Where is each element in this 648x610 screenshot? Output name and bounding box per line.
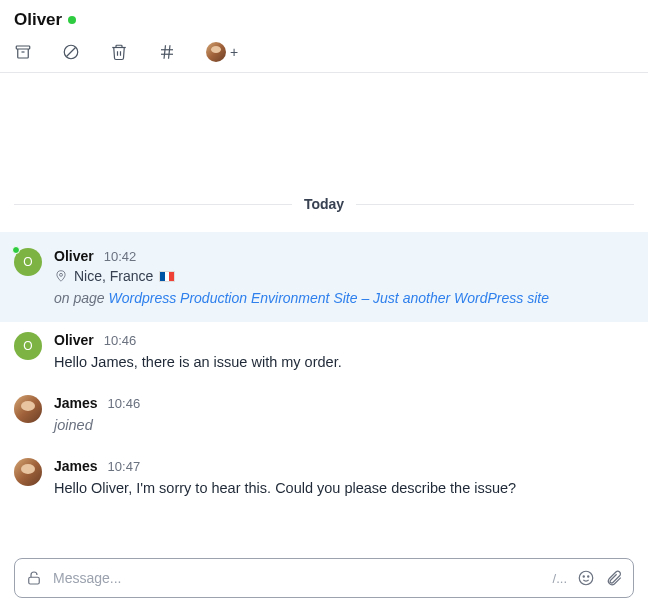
- emoji-icon[interactable]: [577, 569, 595, 587]
- message-time: 10:47: [108, 459, 141, 474]
- agent-avatar: [14, 458, 42, 486]
- avatar-initial: O: [23, 255, 32, 269]
- chat-scroll-area[interactable]: Today O Oliver 10:42 Nice, France on pag…: [0, 68, 648, 550]
- svg-point-10: [60, 273, 63, 276]
- page-link[interactable]: Wordpress Production Environment Site – …: [109, 290, 549, 306]
- attachment-icon[interactable]: [605, 569, 623, 587]
- chat-message: James 10:46 joined: [0, 385, 648, 448]
- composer-actions: /...: [553, 569, 623, 587]
- svg-point-14: [588, 576, 589, 577]
- message-content: James 10:46 joined: [54, 395, 634, 436]
- message-time: 10:42: [104, 249, 137, 264]
- message-author: Oliver: [54, 248, 94, 264]
- message-composer: /...: [14, 558, 634, 598]
- message-header: James 10:46: [54, 395, 634, 411]
- chat-header: Oliver: [0, 0, 648, 30]
- hash-icon[interactable]: [158, 43, 176, 61]
- slash-commands-button[interactable]: /...: [553, 571, 567, 586]
- message-text: Hello James, there is an issue with my o…: [54, 352, 634, 373]
- svg-point-13: [583, 576, 584, 577]
- divider-line-icon: [356, 204, 634, 205]
- svg-rect-0: [16, 46, 30, 49]
- message-content: Oliver 10:46 Hello James, there is an is…: [54, 332, 634, 373]
- date-divider-label: Today: [304, 196, 344, 212]
- message-header: Oliver 10:42: [54, 248, 634, 264]
- agent-avatar: [14, 395, 42, 423]
- chat-title: Oliver: [14, 10, 62, 30]
- chat-title-row: Oliver: [14, 10, 634, 30]
- message-content: Oliver 10:42 Nice, France on page Wordpr…: [54, 248, 634, 306]
- message-text: joined: [54, 415, 634, 436]
- trash-icon[interactable]: [110, 43, 128, 61]
- avatar-initial: O: [23, 339, 32, 353]
- lock-icon[interactable]: [25, 569, 43, 587]
- presence-dot-icon: [12, 246, 20, 254]
- date-divider: Today: [0, 196, 648, 212]
- add-agent-button[interactable]: +: [206, 42, 238, 62]
- message-time: 10:46: [108, 396, 141, 411]
- location-text: Nice, France: [74, 268, 153, 284]
- block-icon[interactable]: [62, 43, 80, 61]
- svg-line-3: [67, 48, 76, 57]
- chat-message: O Oliver 10:46 Hello James, there is an …: [0, 322, 648, 385]
- message-author: James: [54, 395, 98, 411]
- message-text: Hello Oliver, I'm sorry to hear this. Co…: [54, 478, 634, 499]
- svg-point-12: [579, 571, 593, 585]
- page-prefix: on page: [54, 290, 109, 306]
- svg-line-8: [164, 45, 166, 59]
- customer-avatar: O: [14, 332, 42, 360]
- svg-rect-11: [29, 577, 40, 584]
- chat-toolbar: +: [0, 30, 648, 73]
- message-page-info: on page Wordpress Production Environment…: [54, 290, 634, 306]
- customer-avatar: O: [14, 248, 42, 276]
- message-location: Nice, France: [54, 268, 634, 284]
- svg-line-9: [169, 45, 171, 59]
- message-time: 10:46: [104, 333, 137, 348]
- message-content: James 10:47 Hello Oliver, I'm sorry to h…: [54, 458, 634, 499]
- agent-avatar-icon: [206, 42, 226, 62]
- chat-message: James 10:47 Hello Oliver, I'm sorry to h…: [0, 448, 648, 511]
- message-header: James 10:47: [54, 458, 634, 474]
- divider-line-icon: [14, 204, 292, 205]
- message-author: James: [54, 458, 98, 474]
- location-pin-icon: [54, 269, 68, 283]
- message-header: Oliver 10:46: [54, 332, 634, 348]
- chat-message: O Oliver 10:42 Nice, France on page Word…: [0, 232, 648, 322]
- archive-icon[interactable]: [14, 43, 32, 61]
- plus-icon: +: [230, 44, 238, 60]
- presence-dot-icon: [68, 16, 76, 24]
- france-flag-icon: [159, 271, 175, 282]
- message-author: Oliver: [54, 332, 94, 348]
- message-input[interactable]: [53, 570, 543, 586]
